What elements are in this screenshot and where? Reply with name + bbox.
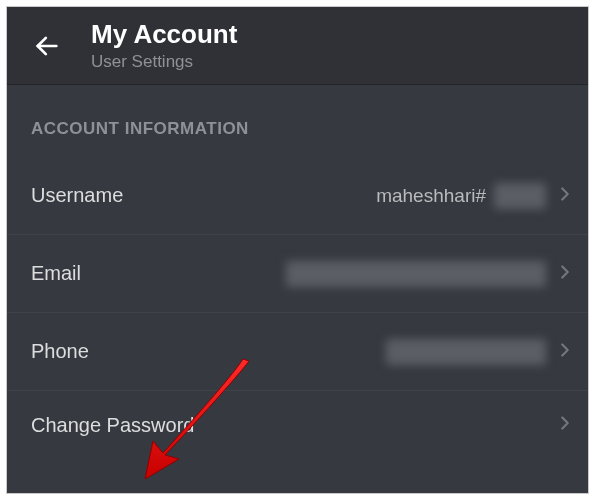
redacted-value bbox=[286, 261, 546, 287]
row-label: Phone bbox=[31, 340, 89, 363]
account-info-list: Username maheshhari# Email Phone bbox=[7, 157, 588, 459]
redacted-value bbox=[494, 183, 546, 209]
page-title: My Account bbox=[91, 19, 237, 50]
row-label: Email bbox=[31, 262, 81, 285]
row-username[interactable]: Username maheshhari# bbox=[7, 157, 588, 235]
header-bar: My Account User Settings bbox=[7, 7, 588, 85]
my-account-screen: My Account User Settings ACCOUNT INFORMA… bbox=[6, 6, 589, 494]
back-button[interactable] bbox=[29, 28, 65, 64]
redacted-value bbox=[386, 339, 546, 365]
arrow-left-icon bbox=[33, 32, 61, 60]
row-email[interactable]: Email bbox=[7, 235, 588, 313]
row-label: Change Password bbox=[31, 414, 194, 437]
section-heading: ACCOUNT INFORMATION bbox=[7, 85, 588, 157]
chevron-right-icon bbox=[554, 412, 576, 438]
chevron-right-icon bbox=[554, 183, 576, 209]
row-phone[interactable]: Phone bbox=[7, 313, 588, 391]
username-value-prefix: maheshhari# bbox=[376, 185, 486, 207]
chevron-right-icon bbox=[554, 261, 576, 287]
page-subtitle: User Settings bbox=[91, 52, 237, 72]
row-change-password[interactable]: Change Password bbox=[7, 391, 588, 459]
chevron-right-icon bbox=[554, 339, 576, 365]
row-label: Username bbox=[31, 184, 123, 207]
